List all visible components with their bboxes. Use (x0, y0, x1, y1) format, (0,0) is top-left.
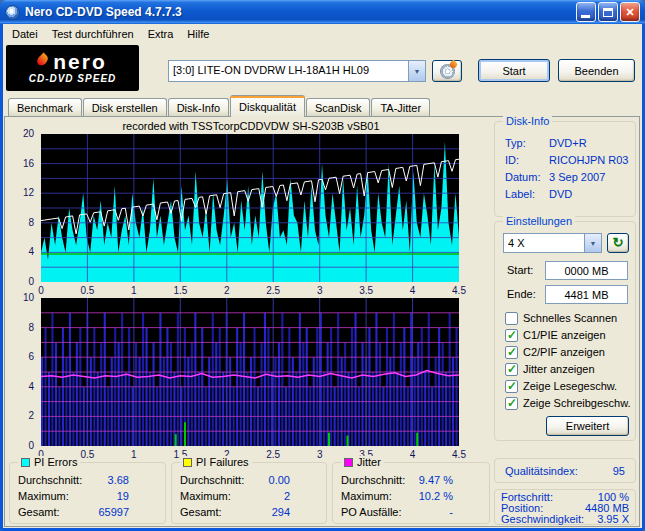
start-input[interactable] (545, 261, 628, 280)
quality-index-label: Qualitätsindex: (505, 465, 578, 477)
start-field-label: Start: (507, 264, 533, 276)
checkbox-zeige-lesegeschw[interactable]: Zeige Lesegeschw. (505, 379, 617, 393)
checkbox-jitter-anzeigen[interactable]: Jitter anzeigen (505, 362, 595, 376)
start-button[interactable]: Start (478, 59, 550, 82)
checkbox-label: Zeige Schreibgeschw. (523, 397, 631, 409)
speed-label: Geschwindigkeit: (501, 514, 584, 525)
stat-value: 0.00 (269, 472, 318, 488)
chevron-down-icon[interactable]: ▼ (408, 61, 425, 81)
pi-errors-color-swatch (21, 458, 30, 467)
pi-failures-color-swatch (183, 458, 192, 467)
jitter-panel: Jitter Durchschnitt: 9.47 % Maximum: 10.… (332, 462, 490, 524)
chart-caption: recorded with TSSTcorpCDDVDW SH-S203B vS… (5, 120, 497, 132)
client-area: Datei Test durchführen Extra Hilfe nero … (3, 24, 642, 528)
flame-icon (35, 53, 50, 68)
minimize-button[interactable] (576, 2, 596, 22)
end-field-label: Ende: (507, 288, 536, 300)
quit-button[interactable]: Beenden (558, 59, 635, 82)
jitter-title: Jitter (357, 456, 381, 469)
menu-datei[interactable]: Datei (5, 26, 45, 42)
stat-value: 9.47 % (419, 472, 481, 488)
cd-disc-icon (5, 5, 20, 20)
stat-row: PO Ausfälle: - (333, 504, 489, 520)
tab-disk-erstellen[interactable]: Disk erstellen (83, 98, 167, 117)
stat-row: Gesamt: 294 (172, 504, 326, 520)
disk-info-label: Label: (505, 186, 549, 203)
pif-jitter-chart-y-axis: 1086420 (5, 298, 38, 446)
close-button[interactable]: ✕ (620, 2, 640, 22)
refresh-icon: ↻ (613, 237, 624, 249)
menu-extra[interactable]: Extra (141, 26, 181, 42)
nero-logo: nero CD-DVD SPEED (6, 45, 139, 91)
stat-value: 10.2 % (419, 488, 481, 504)
stat-row: Maximum: 2 (172, 488, 326, 504)
disk-info-label: Datum: (505, 169, 549, 186)
tab-diskqualitaet[interactable]: Diskqualität (230, 95, 305, 117)
tab-benchmark[interactable]: Benchmark (8, 98, 82, 117)
stat-label: Durchschnitt: (180, 472, 244, 488)
app-window: Nero CD-DVD Speed 4.7.7.3 ✕ Datei Test d… (0, 0, 645, 531)
stat-value: 2 (284, 488, 318, 504)
disk-info-value: 3 Sep 2007 (549, 169, 605, 186)
stat-label: Maximum: (180, 488, 231, 504)
pif-jitter-chart-plot (41, 298, 459, 446)
create-disc-button[interactable] (432, 60, 462, 82)
stat-label: Durchschnitt: (341, 472, 405, 488)
stat-row: Maximum: 19 (10, 488, 165, 504)
tab-bar: Benchmark Disk erstellen Disk-Info Diskq… (8, 95, 431, 117)
stat-row: Gesamt: 65997 (10, 504, 165, 520)
tab-scandisk[interactable]: ScanDisk (306, 98, 370, 117)
diskquality-tab-page: recorded with TSSTcorpCDDVDW SH-S203B vS… (4, 116, 640, 527)
menubar: Datei Test durchführen Extra Hilfe (3, 24, 642, 43)
disk-info-row: ID: RICOHJPN R03 (495, 152, 635, 169)
jitter-color-swatch (344, 458, 353, 467)
menu-test-durchfuehren[interactable]: Test durchführen (45, 26, 141, 42)
stat-value: 65997 (98, 504, 157, 520)
maximize-button[interactable] (598, 2, 618, 22)
stat-row: Durchschnitt: 9.47 % (333, 472, 489, 488)
stat-row: Maximum: 10.2 % (333, 488, 489, 504)
titlebar[interactable]: Nero CD-DVD Speed 4.7.7.3 ✕ (0, 0, 645, 24)
checkbox-c1-pie-anzeigen[interactable]: C1/PIE anzeigen (505, 328, 606, 342)
disk-info-row: Label: DVD (495, 186, 635, 203)
disk-info-row: Typ: DVD+R (495, 135, 635, 152)
checkbox-label: Jitter anzeigen (523, 363, 595, 375)
drive-select-value: [3:0] LITE-ON DVDRW LH-18A1H HL09 (169, 61, 408, 81)
tab-disk-info[interactable]: Disk-Info (168, 98, 229, 117)
logo-product: CD-DVD SPEED (29, 73, 117, 84)
checkbox-schnelles-scannen[interactable]: Schnelles Scannen (505, 311, 617, 325)
disk-info-value: DVD (549, 186, 572, 203)
pie-chart-plot (41, 134, 459, 282)
pi-failures-legend: PI Failures (180, 456, 252, 469)
checkbox-c2-pif-anzeigen[interactable]: C2/PIF anzeigen (505, 345, 605, 359)
speed-select[interactable]: 4 X ▼ (503, 233, 602, 253)
disk-info-value: DVD+R (549, 135, 587, 152)
pi-errors-panel: PI Errors Durchschnitt: 3.68 Maximum: 19… (9, 462, 166, 524)
end-input[interactable] (545, 285, 628, 304)
minimize-icon (581, 15, 590, 18)
drive-select[interactable]: [3:0] LITE-ON DVDRW LH-18A1H HL09 ▼ (168, 60, 426, 82)
stat-value: - (449, 504, 481, 520)
checkbox-icon (505, 397, 518, 410)
refresh-button[interactable]: ↻ (607, 233, 629, 253)
stat-label: PO Ausfälle: (341, 504, 402, 520)
chevron-down-icon[interactable]: ▼ (584, 234, 601, 252)
burn-disc-icon (440, 64, 455, 79)
stat-row: Durchschnitt: 3.68 (10, 472, 165, 488)
disk-info-label: ID: (505, 152, 549, 169)
stat-label: Gesamt: (180, 504, 222, 520)
jitter-legend: Jitter (341, 456, 384, 469)
stat-value: 19 (117, 488, 157, 504)
menu-hilfe[interactable]: Hilfe (180, 26, 216, 42)
logo-brand: nero (53, 52, 107, 72)
pi-failures-panel: PI Failures Durchschnitt: 0.00 Maximum: … (171, 462, 327, 524)
tab-ta-jitter[interactable]: TA-Jitter (371, 98, 430, 117)
pie-chart-x-axis: 00.511.522.533.544.5 (41, 285, 459, 296)
pi-errors-legend: PI Errors (18, 456, 80, 469)
window-title: Nero CD-DVD Speed 4.7.7.3 (25, 5, 574, 19)
advanced-button[interactable]: Erweitert (546, 416, 629, 436)
stat-label: Maximum: (18, 488, 69, 504)
settings-panel: Einstellungen 4 X ▼ ↻ Start: Ende: Schne… (494, 221, 636, 441)
checkbox-zeige-schreibgeschw[interactable]: Zeige Schreibgeschw. (505, 396, 631, 410)
disk-info-row: Datum: 3 Sep 2007 (495, 169, 635, 186)
